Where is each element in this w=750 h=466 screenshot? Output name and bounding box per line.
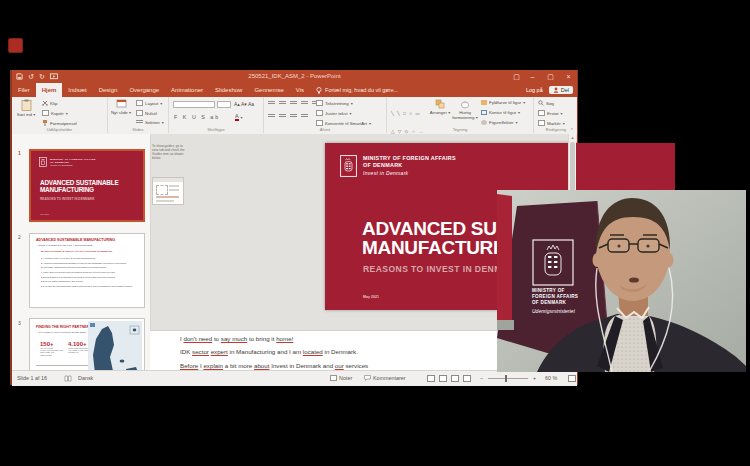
collapse-ribbon-button[interactable]: ⌃: [570, 127, 574, 133]
notes-toggle[interactable]: Noter: [330, 375, 352, 381]
quick-styles-icon: [460, 99, 470, 109]
close-button[interactable]: ×: [560, 70, 577, 83]
arrange-button[interactable]: Arranger ▾: [429, 99, 451, 116]
copy-label: Kopiér: [51, 111, 64, 116]
replace-label: Erstat: [547, 111, 558, 116]
layout-icon: [136, 100, 143, 106]
scrollbar-thumb[interactable]: [570, 142, 575, 194]
paste-button[interactable]: Sæt ind ▾: [14, 99, 38, 118]
text-direction-icon: [316, 100, 323, 106]
slide-thumbnail-3[interactable]: FINDING THE RIGHT PARTNER – ADVANCED MAN…: [29, 318, 145, 370]
zoom-slider-thumb[interactable]: [505, 375, 507, 382]
new-slide-button[interactable]: Nyt slide ▾: [109, 99, 133, 116]
share-button[interactable]: Del: [549, 86, 573, 94]
font-style-buttons[interactable]: F K U S ab: [174, 114, 220, 120]
tab-animationer[interactable]: Animationer: [165, 83, 209, 97]
bullet-list-icon: [268, 101, 275, 106]
grow-shrink-font-buttons[interactable]: A▴ A▾ Aa: [234, 101, 254, 107]
denmark-map: [88, 321, 142, 370]
group-drawing: ╲ ╲ □ ○ ▭ △ ▽ ◇ ☆ ↔ ← → ≡ { } Arranger ▾…: [387, 97, 534, 133]
smartart-button[interactable]: Konvertér til SmartArt ▾: [316, 120, 371, 126]
shape-effects-button[interactable]: Figureffekter ▾: [481, 120, 518, 125]
thumb1-subtitle: REASONS TO INVEST IN DENMARK: [40, 197, 95, 201]
fit-slide-to-window-button[interactable]: [568, 375, 576, 382]
font-style-label: F K U S ab: [174, 114, 220, 120]
shape-fill-button[interactable]: Fyldfarve til figur ▾: [481, 100, 525, 105]
tell-me-box[interactable]: Fortæl mig, hvad du vil gøre...: [310, 83, 404, 97]
guide-note-screenshot: [152, 177, 184, 205]
shape-outline-button[interactable]: Kontur til figur ▾: [481, 110, 520, 115]
view-normal-button[interactable]: [427, 375, 435, 382]
tab-slideshow[interactable]: Slideshow: [209, 83, 248, 97]
thumb-number-2: 2: [18, 234, 21, 240]
group-slides: Nyt slide ▾ Layout ▾ Nulstil Sektion ▾ S…: [108, 97, 169, 133]
view-reading-button[interactable]: [451, 375, 459, 382]
zoom-slider-track[interactable]: [488, 378, 528, 379]
window-title: 250521_IDK_ASM_2 - PowerPoint: [12, 73, 577, 79]
tab-vis[interactable]: Vis: [290, 83, 310, 97]
restore-button[interactable]: ▢: [542, 70, 559, 83]
shape-outline-icon: [481, 110, 487, 115]
slide-thumbnail-1[interactable]: MINISTRY OF FOREIGN AFFAIRSOF DENMARK In…: [29, 149, 145, 222]
red-banner-edge: [497, 194, 512, 322]
shapes-row: ╲ ╲ □ ○ ▭: [391, 111, 424, 117]
crest-icon: [39, 157, 47, 167]
replace-button[interactable]: Erstat ▾: [538, 110, 562, 116]
chevron-down-icon: ▾: [162, 120, 164, 125]
text-direction-button[interactable]: Tekstretning ▾: [316, 100, 353, 106]
chevron-down-icon: ▾: [66, 111, 68, 116]
arrange-icon: [435, 99, 445, 109]
comments-toggle[interactable]: Kommentarer: [364, 375, 406, 381]
tab-gennemse[interactable]: Gennemse: [248, 83, 289, 97]
font-color-button[interactable]: A ▾: [235, 114, 243, 121]
tab-filer[interactable]: Filer: [12, 83, 36, 97]
slide-thumbnail-panel[interactable]: 1 MINISTRY OF FOREIGN AFFAIRSOF DENMARK …: [12, 134, 151, 370]
layout-button[interactable]: Layout ▾: [136, 100, 162, 106]
format-painter-button[interactable]: Formatpensel: [42, 120, 77, 126]
spellcheck-book-icon[interactable]: [64, 375, 72, 382]
view-slideshow-button[interactable]: [463, 375, 471, 382]
font-name-input[interactable]: [173, 101, 215, 108]
minimize-button[interactable]: –: [524, 70, 541, 83]
view-slide-sorter-button[interactable]: [439, 375, 447, 382]
tab-overgange[interactable]: Overgange: [123, 83, 165, 97]
align-buttons[interactable]: [268, 114, 308, 119]
section-button[interactable]: Sektion ▾: [136, 120, 164, 125]
align-text-button[interactable]: Juster tekst ▾: [316, 110, 351, 116]
quick-styles-button[interactable]: Hurtig formatering ▾: [451, 99, 479, 121]
thumb2-list: 1 A leading country on flexible & modula…: [41, 256, 141, 288]
zoom-level[interactable]: 60 %: [545, 375, 557, 381]
comment-icon: [364, 375, 371, 381]
zoom-in-button[interactable]: +: [533, 375, 536, 381]
group-label-paragraph: Afsnit: [264, 127, 386, 132]
chevron-down-icon: ▾: [518, 110, 520, 115]
zoom-out-button[interactable]: –: [480, 375, 483, 381]
font-size-input[interactable]: [217, 101, 231, 108]
sign-in-link[interactable]: Log på: [526, 87, 543, 93]
chevron-down-icon: ▾: [523, 100, 525, 105]
copy-button[interactable]: Kopiér ▾: [42, 110, 68, 116]
find-button[interactable]: Søg: [538, 100, 554, 106]
person-icon: [553, 87, 559, 93]
reset-button[interactable]: Nulstil: [136, 110, 157, 116]
smartart-icon: [316, 120, 323, 126]
list-buttons[interactable]: [268, 101, 319, 106]
cut-button[interactable]: Klip: [42, 100, 57, 106]
ribbon-display-options-icon[interactable]: ▢: [508, 70, 525, 83]
language-indicator[interactable]: Dansk: [78, 375, 93, 381]
chevron-down-icon: ▾: [448, 110, 450, 115]
chevron-down-icon: ▾: [241, 115, 243, 120]
group-font: A▴ A▾ Aa F K U S ab A ▾ Skrifttype: [169, 97, 264, 133]
select-button[interactable]: Markér ▾: [538, 120, 565, 126]
tab-design[interactable]: Design: [93, 83, 124, 97]
shape-effects-label: Figureffekter: [489, 120, 514, 125]
mouth: [629, 277, 639, 282]
tab-hjem[interactable]: Hjem: [36, 83, 63, 97]
slide-thumbnail-2[interactable]: ADVANCED SUSTAINABLE MANUFACTURING A GLO…: [29, 233, 145, 308]
tab-indsaet[interactable]: Indsæt: [62, 83, 92, 97]
scroll-up-icon[interactable]: ▲: [569, 134, 576, 141]
lightbulb-icon: [316, 87, 322, 94]
thumb2-subtitle: A GLOBAL GREEN DRIVER FOR YOUR BUSINESS: [36, 244, 92, 247]
red-app-icon[interactable]: [8, 38, 23, 53]
chevron-down-icon: ▾: [369, 121, 371, 126]
